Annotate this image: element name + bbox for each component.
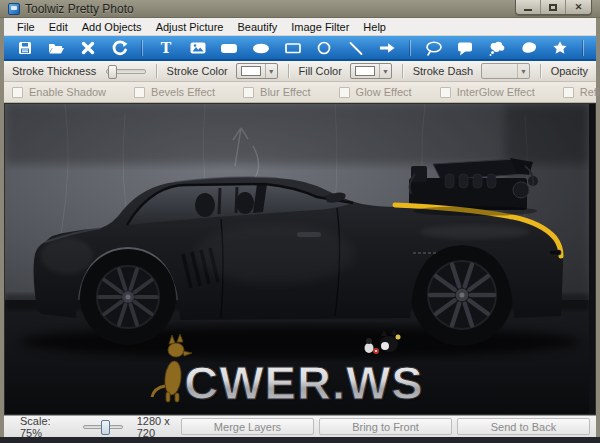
toolbar-separator bbox=[142, 40, 143, 56]
main-toolbar: T bbox=[4, 36, 596, 61]
filled-ellipse-icon bbox=[251, 39, 271, 57]
stroke-thickness-slider-thumb[interactable] bbox=[108, 65, 117, 79]
stroke-thickness-label: Stroke Thickness bbox=[12, 65, 96, 77]
effect-enable-shadow[interactable]: Enable Shadow bbox=[12, 86, 106, 98]
burst-star-icon bbox=[550, 39, 570, 57]
checkbox-icon[interactable] bbox=[563, 87, 574, 98]
effect-glow[interactable]: Glow Effect bbox=[339, 86, 412, 98]
save-button[interactable] bbox=[10, 37, 40, 58]
text-icon: T bbox=[156, 39, 176, 57]
merge-layers-button[interactable]: Merge Layers bbox=[181, 418, 314, 435]
menu-edit[interactable]: Edit bbox=[42, 19, 75, 35]
delete-icon bbox=[78, 39, 98, 57]
chevron-down-icon: ▼ bbox=[265, 64, 277, 78]
speech-bubble-rect-icon bbox=[455, 39, 475, 57]
checkbox-icon[interactable] bbox=[12, 87, 23, 98]
zoom-slider-thumb[interactable] bbox=[101, 420, 110, 435]
save-icon bbox=[15, 39, 35, 57]
send-to-back-button[interactable]: Send to Back bbox=[457, 418, 590, 435]
seat bbox=[236, 192, 254, 214]
outline-rect-tool-button[interactable] bbox=[278, 37, 308, 58]
menu-adjust-picture[interactable]: Adjust Picture bbox=[149, 19, 231, 35]
arrow-tool-button[interactable] bbox=[373, 37, 403, 58]
effect-label: Bevels Effect bbox=[151, 86, 215, 98]
fill-color-dropdown[interactable]: ▼ bbox=[350, 63, 392, 79]
open-button[interactable] bbox=[42, 37, 72, 58]
bring-to-front-button[interactable]: Bring to Front bbox=[319, 418, 452, 435]
outline-ellipse-icon bbox=[314, 39, 334, 57]
thought-cloud-icon bbox=[487, 39, 507, 57]
svg-text:T: T bbox=[161, 40, 172, 56]
insert-image-button[interactable] bbox=[183, 37, 213, 58]
menu-file[interactable]: File bbox=[10, 19, 42, 35]
maximize-icon bbox=[549, 4, 557, 11]
title-bar: Toolwiz Pretty Photo ✕ bbox=[0, 0, 600, 18]
outline-ellipse-tool-button[interactable] bbox=[309, 37, 339, 58]
text-tool-button[interactable]: T bbox=[151, 37, 181, 58]
checkbox-icon[interactable] bbox=[339, 87, 350, 98]
shape-options-row: Stroke Thickness Stroke Color ▼ Fill Col… bbox=[4, 61, 596, 82]
car-photo: CWER.WS CWER.WS bbox=[5, 104, 589, 414]
refresh-icon bbox=[110, 39, 130, 57]
window-bottom-border bbox=[0, 437, 600, 443]
thought-cloud-button[interactable] bbox=[482, 37, 512, 58]
burst-star-button[interactable] bbox=[545, 37, 575, 58]
menu-image-filter[interactable]: Image Filter bbox=[284, 19, 356, 35]
effect-label: Reflection bbox=[580, 86, 600, 98]
chevron-down-icon: ▼ bbox=[517, 64, 529, 78]
engine-hood-shadow bbox=[413, 206, 537, 216]
checkbox-icon[interactable] bbox=[134, 87, 145, 98]
checkbox-icon[interactable] bbox=[243, 87, 254, 98]
effect-blur[interactable]: Blur Effect bbox=[243, 86, 311, 98]
delete-button[interactable] bbox=[73, 37, 103, 58]
toolbar-separator bbox=[410, 40, 411, 56]
close-button[interactable]: ✕ bbox=[566, 0, 591, 14]
wall-shadow-top bbox=[5, 104, 589, 164]
close-icon: ✕ bbox=[575, 3, 583, 12]
effect-label: Glow Effect bbox=[356, 86, 412, 98]
minimize-icon bbox=[524, 9, 532, 11]
stroke-dash-dropdown[interactable]: ▼ bbox=[481, 63, 530, 79]
stroke-thickness-slider[interactable] bbox=[106, 69, 146, 74]
effect-reflection[interactable]: Reflection bbox=[563, 86, 600, 98]
line-tool-button[interactable] bbox=[341, 37, 371, 58]
menu-help[interactable]: Help bbox=[356, 19, 393, 35]
blob-shape-button[interactable] bbox=[514, 37, 544, 58]
stroke-color-label: Stroke Color bbox=[167, 65, 228, 77]
rear-wheel bbox=[80, 249, 176, 345]
image-icon bbox=[188, 39, 208, 57]
filled-ellipse-tool-button[interactable] bbox=[246, 37, 276, 58]
scale-label: Scale: 75% bbox=[20, 415, 65, 439]
menu-beautify[interactable]: Beautify bbox=[231, 19, 285, 35]
speech-bubble-rect-button[interactable] bbox=[451, 37, 481, 58]
separator bbox=[540, 64, 541, 78]
filled-rect-tool-button[interactable] bbox=[215, 37, 245, 58]
separator bbox=[288, 64, 289, 78]
seat bbox=[195, 193, 215, 217]
checkbox-icon[interactable] bbox=[440, 87, 451, 98]
effect-label: Blur Effect bbox=[260, 86, 311, 98]
rear-highlight bbox=[41, 238, 93, 274]
speech-bubble-oval-icon bbox=[424, 39, 444, 57]
stroke-color-swatch bbox=[241, 66, 261, 76]
effect-interglow[interactable]: InterGlow Effect bbox=[440, 86, 535, 98]
refresh-button[interactable] bbox=[105, 37, 135, 58]
minimize-button[interactable] bbox=[516, 0, 541, 14]
separator bbox=[156, 64, 157, 78]
opacity-label: Opacity bbox=[551, 65, 588, 77]
window-title: Toolwiz Pretty Photo bbox=[25, 2, 134, 16]
speech-bubble-oval-button[interactable] bbox=[419, 37, 449, 58]
effect-label: InterGlow Effect bbox=[457, 86, 535, 98]
stroke-color-dropdown[interactable]: ▼ bbox=[236, 63, 278, 79]
menu-add-objects[interactable]: Add Objects bbox=[75, 19, 149, 35]
separator bbox=[402, 64, 403, 78]
window-controls: ✕ bbox=[515, 0, 592, 15]
chevron-down-icon: ▼ bbox=[379, 64, 391, 78]
stroke-dash-label: Stroke Dash bbox=[413, 65, 474, 77]
arrow-icon bbox=[377, 39, 397, 57]
toolbar-separator bbox=[583, 40, 584, 56]
effect-bevels[interactable]: Bevels Effect bbox=[134, 86, 215, 98]
zoom-slider[interactable] bbox=[83, 425, 122, 429]
maximize-button[interactable] bbox=[541, 0, 566, 14]
photo-canvas[interactable]: CWER.WS CWER.WS bbox=[4, 103, 596, 415]
